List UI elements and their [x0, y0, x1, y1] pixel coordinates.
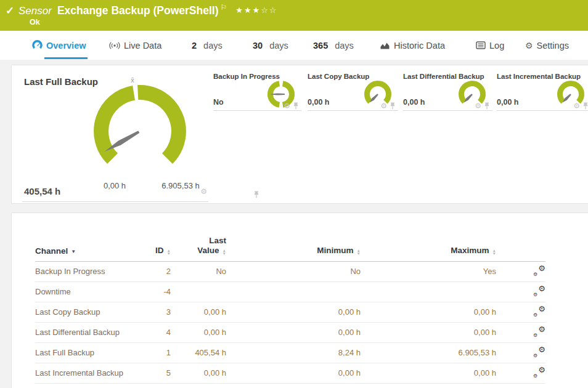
channel-maximum: 0,00 h: [361, 322, 496, 342]
page-title: Exchange Backup (PowerShell): [57, 4, 219, 17]
channel-maximum: 6.905,53 h: [361, 342, 496, 363]
sort-icon: ▲▼: [492, 249, 496, 256]
tab-log[interactable]: Log: [476, 31, 504, 60]
gauge-quick-actions: ⚙: [200, 188, 207, 195]
tab-label: Live Data: [124, 41, 161, 51]
column-header-maximum[interactable]: Maximum▲▼: [361, 214, 496, 261]
channel-settings-icon[interactable]: ⚙⚙: [533, 347, 545, 357]
gear-icon: ⚙: [525, 41, 533, 51]
gauge-last-incremental-backup[interactable]: Last Incremental Backup 0,00 h ⚙: [497, 71, 588, 111]
gauge-value: 405,54 h: [24, 186, 60, 196]
table-row: Backup In Progress 2 No No Yes ⚙⚙: [35, 261, 545, 281]
channel-maximum: Yes: [361, 261, 496, 281]
pin-icon[interactable]: [390, 102, 396, 110]
sort-icon: ▲▼: [357, 249, 361, 256]
column-header-channel[interactable]: Channel▼: [35, 214, 140, 261]
channel-settings-icon[interactable]: ⚙⚙: [533, 286, 545, 296]
priority-stars[interactable]: ★★★☆☆: [235, 6, 277, 15]
channel-id: 5: [140, 363, 171, 383]
channel-name: Last Incremental Backup: [35, 363, 140, 383]
object-kind-label: Sensor: [18, 5, 52, 17]
gauge-scale-min: 0,00 h: [90, 181, 139, 190]
gear-icon[interactable]: ⚙: [475, 102, 481, 110]
channel-id: 3: [140, 302, 171, 322]
gauge-backup-in-progress[interactable]: Backup In Progress No ⚙: [213, 71, 301, 111]
area-chart-icon: [380, 41, 390, 50]
channel-minimum: 0,00 h: [226, 302, 361, 322]
channel-settings-icon[interactable]: ⚙⚙: [533, 367, 545, 378]
gear-icon[interactable]: ⚙: [573, 102, 580, 110]
channel-name: Last Full Backup: [35, 342, 140, 363]
tab-overview[interactable]: Overview: [32, 31, 86, 60]
channel-minimum: No: [226, 261, 361, 281]
column-header-actions: [496, 214, 545, 261]
channel-last-value: 405,54 h: [171, 342, 226, 363]
channel-id: -4: [140, 281, 171, 302]
gauge-last-full-backup[interactable]: Last Full Backup x̄ 0,00 h 6.905,53 h 40…: [22, 71, 208, 202]
gauge-last-differential-backup[interactable]: Last Differential Backup 0,00 h ⚙: [403, 71, 492, 111]
table-row: Last Copy Backup 3 0,00 h 0,00 h 0,00 h …: [35, 302, 545, 322]
table-row: Last Differential Backup 4 0,00 h 0,00 h…: [35, 322, 545, 342]
sort-icon: ▲▼: [223, 249, 226, 256]
channels-table: Channel▼ ID▲▼ LastValue▲▼ Minimum▲▼ Maxi…: [35, 214, 545, 384]
table-row: Downtime -4 ⚙⚙: [35, 281, 545, 302]
ok-check-icon: ✓: [6, 4, 14, 17]
broadcast-icon: [109, 41, 120, 51]
pin-icon[interactable]: [253, 191, 259, 198]
tab-label: Overview: [46, 41, 86, 51]
channel-id: 1: [140, 342, 171, 363]
gauge-value: 0,00 h: [403, 98, 425, 107]
tab-settings[interactable]: ⚙ Settings: [525, 31, 569, 60]
gauge-needle: [370, 94, 378, 102]
channel-minimum: 8,24 h: [226, 342, 361, 363]
gauge-icon: [32, 40, 43, 51]
tab-2-days[interactable]: 2 days: [192, 31, 223, 60]
radial-gauge: x̄: [75, 75, 205, 180]
average-marker-label: x̄: [131, 76, 134, 84]
channel-name: Downtime: [35, 281, 140, 302]
table-header-row: Channel▼ ID▲▼ LastValue▲▼ Minimum▲▼ Maxi…: [35, 214, 545, 261]
gauge-value: No: [213, 98, 224, 107]
gear-icon[interactable]: ⚙: [380, 102, 387, 110]
column-header-last-value[interactable]: LastValue▲▼: [171, 214, 226, 261]
tab-unit: days: [269, 41, 288, 51]
gear-icon[interactable]: ⚙: [284, 102, 290, 110]
tab-365-days[interactable]: 365 days: [313, 31, 354, 60]
gear-icon[interactable]: ⚙: [200, 188, 207, 195]
channels-panel: Channel▼ ID▲▼ LastValue▲▼ Minimum▲▼ Maxi…: [11, 212, 588, 388]
pin-icon[interactable]: [484, 102, 490, 110]
gauge-needle: [464, 94, 473, 102]
tab-unit: days: [203, 41, 223, 51]
column-header-id[interactable]: ID▲▼: [140, 214, 171, 261]
channel-settings-icon[interactable]: ⚙⚙: [533, 326, 545, 337]
gauge-value: 0,00 h: [497, 98, 518, 107]
channel-settings-icon[interactable]: ⚙⚙: [533, 265, 545, 276]
tab-number: 2: [192, 41, 197, 51]
gauge-value: 0,00 h: [308, 98, 329, 107]
tab-number: 365: [313, 41, 328, 51]
sensor-header: ✓ SensorExchange Backup (PowerShell)⚐★★★…: [0, 0, 588, 31]
channel-last-value: 0,00 h: [171, 363, 226, 383]
channel-maximum: [361, 281, 496, 302]
tab-30-days[interactable]: 30 days: [253, 31, 288, 60]
tab-live-data[interactable]: Live Data: [109, 31, 161, 60]
gauge-quick-actions: ⚙: [573, 102, 588, 110]
channel-minimum: [226, 281, 361, 302]
channel-last-value: 0,00 h: [171, 322, 226, 342]
flag-icon[interactable]: ⚐: [220, 3, 227, 12]
channel-name: Last Copy Backup: [35, 302, 140, 322]
tab-label: Historic Data: [394, 41, 445, 51]
channel-minimum: 0,00 h: [226, 322, 361, 342]
pin-icon[interactable]: [582, 102, 588, 110]
pin-icon[interactable]: [293, 102, 299, 110]
channel-name: Backup In Progress: [35, 261, 140, 281]
sorted-desc-icon: ▼: [71, 249, 76, 254]
channel-last-value: No: [171, 261, 226, 281]
tab-historic-data[interactable]: Historic Data: [380, 31, 445, 60]
status-badge: Ok: [30, 18, 40, 26]
gauge-last-copy-backup[interactable]: Last Copy Backup 0,00 h ⚙: [308, 71, 398, 111]
channel-last-value: [171, 281, 226, 302]
column-header-minimum[interactable]: Minimum▲▼: [226, 214, 361, 261]
channel-settings-icon[interactable]: ⚙⚙: [533, 306, 545, 317]
sort-icon: ▲▼: [167, 249, 171, 256]
